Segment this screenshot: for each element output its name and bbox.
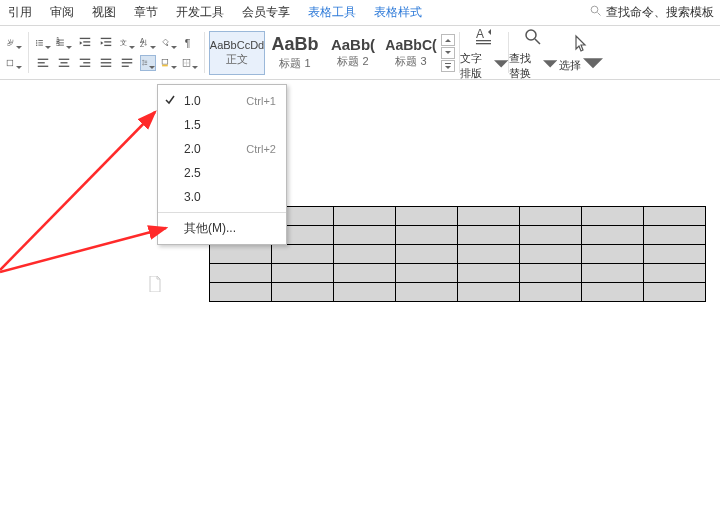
svg-rect-3: [7, 60, 13, 66]
align-justify-button[interactable]: [98, 55, 114, 71]
svg-line-1: [598, 13, 601, 16]
sort-button[interactable]: AZ: [140, 35, 156, 51]
table-cell[interactable]: [520, 264, 582, 283]
command-search[interactable]: 查找命令、搜索模板: [590, 4, 714, 21]
shading-button[interactable]: [161, 35, 177, 51]
tab-vip[interactable]: 会员专享: [240, 0, 292, 25]
line-spacing-1[interactable]: 1.0Ctrl+1: [158, 89, 286, 113]
line-spacing-1-5[interactable]: 1.5: [158, 113, 286, 137]
svg-text:Z: Z: [140, 40, 144, 47]
tab-view[interactable]: 视图: [90, 0, 118, 25]
style-heading3[interactable]: AaBbC(标题 3: [383, 31, 439, 75]
table-cell[interactable]: [272, 264, 334, 283]
line-spacing-more[interactable]: 其他(M)...: [158, 216, 286, 240]
svg-line-55: [0, 112, 155, 270]
numbering-button[interactable]: 123: [56, 35, 72, 51]
document-area[interactable]: 1.0Ctrl+1 1.5 2.0Ctrl+2 2.5 3.0 其他(M)...: [0, 80, 720, 518]
table-cell[interactable]: [210, 264, 272, 283]
table-cell[interactable]: [458, 264, 520, 283]
align-left-button[interactable]: [35, 55, 51, 71]
style-heading1[interactable]: AaBb标题 1: [267, 31, 323, 75]
table-cell[interactable]: [644, 226, 706, 245]
tab-table-tools[interactable]: 表格工具: [306, 0, 358, 25]
table-cell[interactable]: [334, 207, 396, 226]
font-dropdown[interactable]: 岁: [6, 35, 22, 51]
page-icon: [148, 276, 162, 295]
table-cell[interactable]: [334, 283, 396, 302]
table-cell[interactable]: [520, 283, 582, 302]
line-spacing-3[interactable]: 3.0: [158, 185, 286, 209]
table-cell[interactable]: [644, 264, 706, 283]
table-cell[interactable]: [644, 207, 706, 226]
tab-chapter[interactable]: 章节: [132, 0, 160, 25]
table-cell[interactable]: [644, 245, 706, 264]
align-distribute-button[interactable]: [119, 55, 135, 71]
table-cell[interactable]: [520, 245, 582, 264]
table-cell[interactable]: [458, 207, 520, 226]
table-cell[interactable]: [582, 207, 644, 226]
svg-text:3: 3: [56, 40, 60, 47]
search-icon: [523, 27, 543, 47]
styles-down-button[interactable]: [441, 47, 455, 59]
table-cell[interactable]: [210, 283, 272, 302]
decrease-indent-button[interactable]: [77, 35, 93, 51]
svg-rect-9: [38, 44, 43, 45]
styles-more-button[interactable]: [441, 60, 455, 72]
svg-rect-28: [38, 65, 49, 66]
table-cell[interactable]: [334, 264, 396, 283]
show-marks-button[interactable]: ¶: [182, 35, 198, 51]
table-cell[interactable]: [334, 226, 396, 245]
table-cell[interactable]: [396, 264, 458, 283]
tab-devtools[interactable]: 开发工具: [174, 0, 226, 25]
table-cell[interactable]: [582, 245, 644, 264]
table-cell[interactable]: [520, 226, 582, 245]
table-row[interactable]: [210, 283, 706, 302]
svg-rect-39: [122, 62, 133, 63]
table-cell[interactable]: [458, 283, 520, 302]
table-cell[interactable]: [520, 207, 582, 226]
table-cell[interactable]: [396, 245, 458, 264]
tab-review[interactable]: 审阅: [48, 0, 76, 25]
tab-references[interactable]: 引用: [6, 0, 34, 25]
table-cell[interactable]: [582, 226, 644, 245]
select-button[interactable]: 选择: [557, 26, 605, 79]
table-cell[interactable]: [458, 245, 520, 264]
styles-up-button[interactable]: [441, 34, 455, 46]
style-heading2[interactable]: AaBb(标题 2: [325, 31, 381, 75]
table-cell[interactable]: [582, 283, 644, 302]
table-cell[interactable]: [644, 283, 706, 302]
line-spacing-2-5[interactable]: 2.5: [158, 161, 286, 185]
svg-rect-44: [162, 59, 168, 64]
svg-line-56: [0, 228, 166, 272]
style-normal[interactable]: AaBbCcDd正文: [209, 31, 265, 75]
table-cell[interactable]: [334, 245, 396, 264]
svg-rect-49: [445, 63, 451, 64]
borders-button[interactable]: [182, 55, 198, 71]
styles-gallery: AaBbCcDd正文 AaBb标题 1 AaBb(标题 2 AaBbC(标题 3: [205, 26, 459, 79]
tab-table-style[interactable]: 表格样式: [372, 0, 424, 25]
line-spacing-button[interactable]: [140, 55, 156, 71]
align-right-button[interactable]: [77, 55, 93, 71]
table-row[interactable]: [210, 264, 706, 283]
table-row[interactable]: [210, 245, 706, 264]
align-center-button[interactable]: [56, 55, 72, 71]
table-cell[interactable]: [396, 207, 458, 226]
table-cell[interactable]: [210, 245, 272, 264]
increase-indent-button[interactable]: [98, 35, 114, 51]
table-cell[interactable]: [272, 245, 334, 264]
table-cell[interactable]: [396, 226, 458, 245]
svg-rect-31: [59, 65, 70, 66]
bullets-button[interactable]: [35, 35, 51, 51]
text-layout-button[interactable]: A 文字排版: [460, 26, 508, 79]
asian-layout-button[interactable]: 文: [119, 35, 135, 51]
table-cell[interactable]: [458, 226, 520, 245]
table-cell[interactable]: [272, 283, 334, 302]
find-replace-button[interactable]: 查找替换: [509, 26, 557, 79]
table-cell[interactable]: [396, 283, 458, 302]
line-spacing-2[interactable]: 2.0Ctrl+2: [158, 137, 286, 161]
fill-color-button[interactable]: [161, 55, 177, 71]
table-cell[interactable]: [582, 264, 644, 283]
font-size-dropdown[interactable]: [6, 55, 22, 71]
svg-rect-34: [80, 65, 91, 66]
text-layout-icon: A: [474, 27, 494, 47]
